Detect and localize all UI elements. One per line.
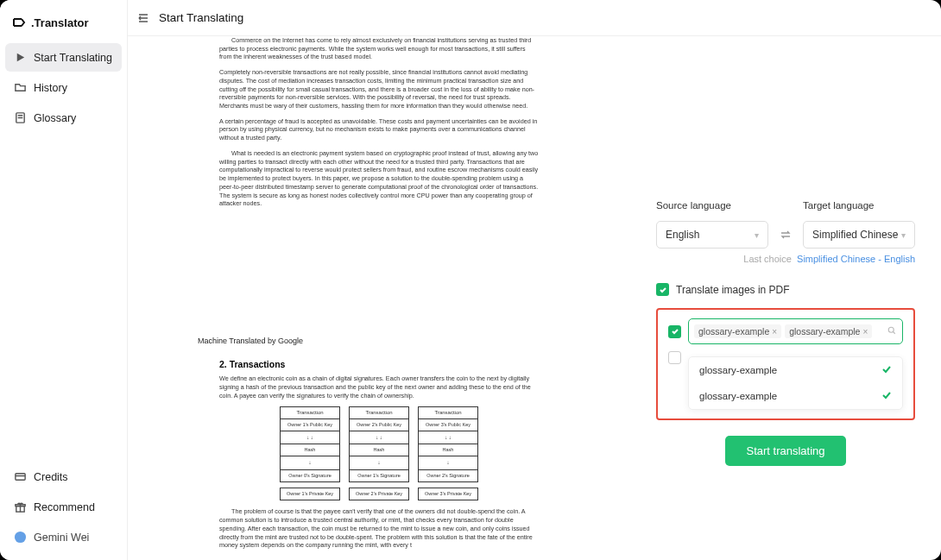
doc-text: Completely non-reversible transactions a… <box>219 68 539 110</box>
remove-tag-icon[interactable]: × <box>862 327 868 337</box>
start-translating-button[interactable]: Start translating <box>725 436 845 466</box>
translate-images-row: Translate images in PDF <box>656 283 915 296</box>
check-icon <box>881 364 892 376</box>
sidebar-collapse-icon[interactable] <box>136 11 150 25</box>
gift-icon <box>14 500 27 513</box>
nav-credits[interactable]: Credits <box>5 462 122 491</box>
app-window: .Translator Start Translating History Gl… <box>0 0 941 560</box>
nav-label: Gemini Wei <box>34 532 89 544</box>
translate-images-checkbox[interactable] <box>656 283 669 296</box>
glossary-highlight-block: glossary-example × glossary-example × <box>656 308 915 420</box>
machine-translated-label: Machine Translated by Google <box>198 336 565 346</box>
target-language-select[interactable]: Simplified Chinese ▾ <box>803 221 915 249</box>
glossary-option[interactable]: glossary-example <box>689 383 902 409</box>
nav-recommend[interactable]: Recommend <box>5 493 122 521</box>
sidebar: .Translator Start Translating History Gl… <box>0 0 128 560</box>
doc-text: Commerce on the Internet has come to rel… <box>219 36 539 61</box>
translate-images-label: Translate images in PDF <box>676 284 790 296</box>
chevron-down-icon: ▾ <box>901 230 906 240</box>
target-language-label: Target language <box>803 200 915 211</box>
doc-page-1: Commerce on the Internet has come to rel… <box>193 36 565 327</box>
source-language-select[interactable]: English ▾ <box>656 221 768 249</box>
nav-main: Start Translating History Glossary <box>5 43 122 462</box>
nav-start-translating[interactable]: Start Translating <box>5 43 122 72</box>
main-area: Start Translating Commerce on the Intern… <box>128 0 941 560</box>
app-name: .Translator <box>31 16 88 29</box>
nav-label: Start Translating <box>34 52 112 64</box>
translate-panel: Source language Target language English … <box>630 36 941 560</box>
doc-text: The problem of course is that the payee … <box>219 507 539 550</box>
section-title: 2. Transactions <box>219 358 539 370</box>
chevron-down-icon: ▾ <box>755 230 759 240</box>
nav-label: Credits <box>34 471 68 483</box>
nav-user[interactable]: Gemini Wei <box>5 523 122 551</box>
svg-line-12 <box>894 332 895 334</box>
app-logo: .Translator <box>5 9 122 43</box>
nav-glossary[interactable]: Glossary <box>5 104 122 132</box>
topbar: Start Translating <box>128 0 941 36</box>
source-language-value: English <box>666 229 699 241</box>
search-icon <box>887 324 897 339</box>
language-row: Source language Target language <box>656 200 915 216</box>
card-icon <box>14 470 27 483</box>
doc-text: A certain percentage of fraud is accepte… <box>219 117 539 142</box>
folder-icon <box>14 81 27 94</box>
glossary-tag: glossary-example × <box>694 324 781 338</box>
nav-label: Glossary <box>34 112 76 124</box>
content: Commerce on the Internet has come to rel… <box>128 36 941 560</box>
page-title: Start Translating <box>159 11 243 24</box>
target-language-value: Simplified Chinese <box>812 229 898 241</box>
play-icon <box>14 51 27 64</box>
swap-languages-button[interactable] <box>775 224 796 245</box>
glossary-tag: glossary-example × <box>785 324 872 338</box>
logo-icon <box>12 16 26 29</box>
last-choice-link[interactable]: Simplified Chinese - English <box>797 254 915 264</box>
glossary-checkbox[interactable] <box>668 325 681 338</box>
glossary-tag-input[interactable]: glossary-example × glossary-example × <box>688 318 903 344</box>
glossary-option-checkbox[interactable] <box>668 351 681 364</box>
doc-text: We define an electronic coin as a chain … <box>219 374 539 400</box>
glossary-option[interactable]: glossary-example <box>689 357 902 383</box>
avatar-icon <box>14 531 27 544</box>
last-choice-label: Last choice <box>743 254 792 264</box>
svg-rect-3 <box>16 474 25 481</box>
nav-bottom: Credits Recommend Gemini Wei <box>5 462 122 551</box>
last-choice: Last choice Simplified Chinese - English <box>656 254 915 264</box>
tx-diagram: Transaction Owner 1's Public Key ↓ ↓ Has… <box>219 406 539 500</box>
check-icon <box>881 390 892 402</box>
doc-page-2: Machine Translated by Google 2. Transact… <box>193 336 565 550</box>
svg-point-7 <box>15 532 26 543</box>
doc-text: What is needed is an electronic payment … <box>219 149 539 208</box>
nav-history[interactable]: History <box>5 73 122 102</box>
svg-point-11 <box>888 327 894 332</box>
document-preview: Commerce on the Internet has come to rel… <box>128 36 630 560</box>
document-icon <box>14 111 27 124</box>
nav-label: History <box>34 82 67 94</box>
source-language-label: Source language <box>656 200 768 211</box>
glossary-dropdown: glossary-example glossary-example <box>688 356 903 410</box>
remove-tag-icon[interactable]: × <box>772 327 777 337</box>
nav-label: Recommend <box>34 501 95 513</box>
